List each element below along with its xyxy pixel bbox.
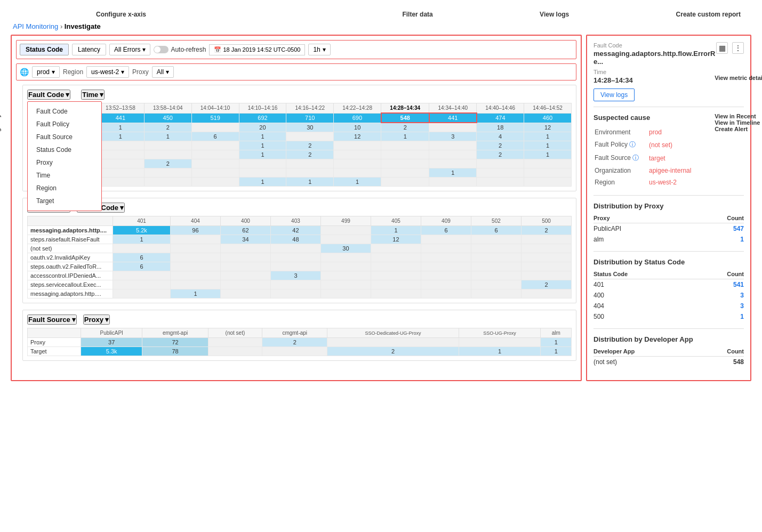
dist-row: PublicAPI 547 <box>593 223 744 235</box>
fault-code-yaxis-dropdown[interactable]: Fault Code ▾ <box>27 90 70 100</box>
count-col-header: Count <box>687 213 744 223</box>
table-row: Proxy 37 72 2 1 <box>28 338 572 347</box>
chevron-down-icon: ▾ <box>66 91 69 99</box>
auto-refresh-toggle[interactable]: Auto-refresh <box>154 46 206 53</box>
view-logs-button[interactable]: View logs <box>593 88 635 101</box>
calendar-icon: 📅 <box>214 46 221 53</box>
table-row: (not set) 30 <box>28 244 572 253</box>
chevron-down-icon: ▾ <box>72 316 76 324</box>
chevron-down-icon: ▾ <box>100 91 103 99</box>
col-header: 13:58–14:04 <box>144 103 191 114</box>
col-header: emgmt-api <box>142 328 208 338</box>
table-row: 1 2 2 1 <box>28 141 572 150</box>
chevron-down-icon: ▾ <box>323 46 326 53</box>
cause-row: Organization apigee-internal <box>595 165 743 176</box>
all-errors-dropdown[interactable]: All Errors ▾ <box>109 44 150 55</box>
region-label: Region <box>63 68 83 76</box>
date-picker[interactable]: 📅 18 Jan 2019 14:52 UTC-0500 <box>209 44 305 55</box>
create-custom-report-annotation: Create custom report <box>676 11 741 18</box>
col-header: 400 <box>220 216 270 226</box>
fault-code-value: messaging.adaptors.http.flow.ErrorRe... <box>593 50 716 66</box>
table-row: 1 2 2 1 <box>28 150 572 159</box>
col-header: alm <box>541 328 572 338</box>
col-header: 14:46–14:52 <box>524 103 572 114</box>
chevron-down-icon: ▾ <box>120 204 124 212</box>
cause-row: Region us-west-2 <box>595 177 743 188</box>
filter-data-annotation: Filter data <box>402 11 432 18</box>
table-row: 1 2 20 30 10 2 18 12 <box>28 123 572 132</box>
dist-status-title: Distribution by Status Code <box>593 258 744 266</box>
proxy-col-header: Proxy <box>593 213 687 223</box>
configure-yaxis-annotation: Configure y-axis <box>0 101 1 147</box>
col-header: 14:04–14:10 <box>191 103 239 114</box>
chevron-down-icon: ▾ <box>166 68 169 76</box>
fault-code-label: Fault Code <box>28 91 64 99</box>
col-header: 14:34–14:40 <box>429 103 477 114</box>
col-header: 405 <box>371 216 421 226</box>
fault-code-label: Fault Code <box>593 42 716 49</box>
chart-icon[interactable]: ▦ <box>716 42 728 54</box>
breadcrumb-current: Investigate <box>65 22 101 30</box>
region-dropdown[interactable]: us-west-2 ▾ <box>86 66 129 78</box>
chevron-down-icon: ▾ <box>105 316 109 324</box>
table-row: 441 450 519 692 710 690 548 441 474 46 <box>28 113 572 123</box>
col-header: 502 <box>471 216 521 226</box>
more-options-icon[interactable]: ⋮ <box>732 42 744 54</box>
view-logs-annotation: View logs <box>540 11 569 18</box>
dropdown-fault-source[interactable]: Fault Source <box>28 131 101 143</box>
col-header: 409 <box>421 216 471 226</box>
dropdown-region[interactable]: Region <box>28 182 101 195</box>
time-xaxis-dropdown[interactable]: Time ▾ <box>81 90 105 100</box>
breadcrumb-parent[interactable]: API Monitoring <box>13 22 58 30</box>
time-label: Time <box>82 91 98 99</box>
dropdown-proxy[interactable]: Proxy <box>28 156 101 169</box>
dropdown-fault-policy[interactable]: Fault Policy <box>28 118 101 131</box>
col-header: 14:10–14:16 <box>239 103 286 114</box>
devapp-col-header: Developer App <box>593 346 700 357</box>
proxy-all-dropdown[interactable]: All ▾ <box>152 66 174 78</box>
table-row: messaging.adaptors.http.... 1 <box>28 168 572 178</box>
time-value: 14:28–14:34 <box>593 76 716 84</box>
cause-row: Fault Source ⓘ target <box>595 152 743 164</box>
latency-tab[interactable]: Latency <box>72 44 106 55</box>
col-header: 500 <box>521 216 571 226</box>
cause-row: Fault Policy ⓘ (not set) <box>595 139 743 151</box>
time-label: Time <box>593 69 716 75</box>
status-code-tab[interactable]: Status Code <box>20 44 69 55</box>
table-row: messaging.adaptors.http.... 1 <box>28 289 572 299</box>
col-header: 499 <box>320 216 371 226</box>
table-row: steps.servicecallout.Exec... 2 <box>28 280 572 289</box>
proxy-t3-dropdown[interactable]: Proxy ▾ <box>83 315 110 325</box>
table-row: steps.raisefault.RaiseFault 1 34 48 12 <box>28 235 572 244</box>
view-in-recent-annotation: View in Recent <box>715 113 762 119</box>
dropdown-fault-code[interactable]: Fault Code <box>28 105 101 118</box>
dropdown-time[interactable]: Time <box>28 169 101 182</box>
col-header: 14:28–14:34 <box>381 103 429 114</box>
fault-source-t3-dropdown[interactable]: Fault Source ▾ <box>27 315 77 325</box>
col-header: (not set) <box>208 328 262 338</box>
globe-icon: 🌐 <box>20 68 29 76</box>
dist-row: 404 3 <box>593 301 744 311</box>
time-range-dropdown[interactable]: 1h ▾ <box>308 44 330 55</box>
dist-row: 500 1 <box>593 311 744 322</box>
col-header: SSO-Dedicated-UG-Proxy <box>327 328 459 338</box>
status-col-header: Status Code <box>593 269 694 279</box>
table-row: steps.oauth.v2.FailedToR... 6 <box>28 262 572 271</box>
col-header: 404 <box>170 216 220 226</box>
col-header: 403 <box>270 216 320 226</box>
chevron-down-icon: ▾ <box>121 68 124 76</box>
col-header: cmgmt-api <box>262 328 327 338</box>
col-header: 14:40–14:46 <box>477 103 524 114</box>
proxy-toolbar-label: Proxy <box>132 68 149 76</box>
dist-row: (not set) 548 <box>593 357 744 368</box>
col-header: SSO-UG-Proxy <box>459 328 541 338</box>
table-row: 1 1 6 1 12 1 3 4 1 <box>28 132 572 141</box>
breadcrumb-separator: › <box>60 22 65 30</box>
table-row: oauth.v2.InvalidApiKey 6 <box>28 253 572 262</box>
dropdown-target[interactable]: Target <box>28 195 101 207</box>
create-alert-annotation: Create Alert <box>715 126 762 132</box>
dropdown-status-code[interactable]: Status Code <box>28 143 101 156</box>
configure-xaxis-annotation: Configure x-axis <box>96 11 146 18</box>
dist-row: alm 1 <box>593 234 744 245</box>
env-dropdown[interactable]: prod ▾ <box>32 66 60 78</box>
